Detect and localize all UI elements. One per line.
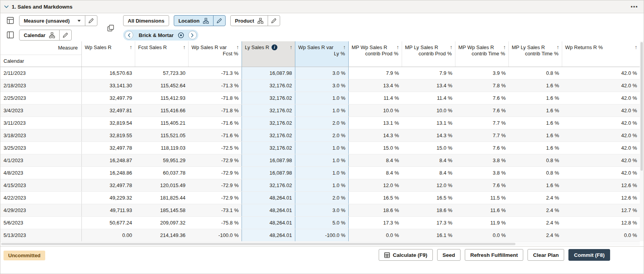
grid-cell[interactable]: 42.0 % <box>562 67 640 79</box>
grid-cell[interactable]: 12.8 % <box>562 216 640 229</box>
grid-cell[interactable]: 32,176.02 <box>242 179 295 191</box>
grid-cell[interactable]: 1.6 % <box>508 104 562 117</box>
row-label[interactable]: 3/4/2023 <box>0 104 81 117</box>
previous-location-button[interactable] <box>125 31 133 39</box>
info-icon[interactable]: i <box>272 44 277 50</box>
grid-cell[interactable]: 3.8 % <box>455 166 508 179</box>
grid-cell[interactable]: 49,229.32 <box>81 191 135 204</box>
grid-cell[interactable]: 115,405.21 <box>135 117 188 129</box>
grid-cell[interactable]: 42.0 % <box>562 129 640 141</box>
grid-cell[interactable]: -72.5 % <box>188 141 242 154</box>
grid-cell[interactable]: 2.0 % <box>295 129 348 141</box>
grid-cell[interactable]: 15.0 % <box>348 141 402 154</box>
grid-cell[interactable]: 8.4 % <box>348 154 402 166</box>
commit-button[interactable]: Commit (F8) <box>568 249 610 261</box>
grid-cell[interactable]: 0.8 % <box>508 154 562 166</box>
vertical-scrollbar[interactable] <box>640 41 644 241</box>
calendar-edit-button[interactable] <box>59 30 72 41</box>
calculate-button[interactable]: Calculate (F9) <box>379 249 433 261</box>
grid-cell[interactable]: -71.3 % <box>188 79 242 92</box>
grid-cell[interactable]: 115,452.64 <box>135 79 188 92</box>
row-label[interactable]: 3/11/2023 <box>0 117 81 129</box>
toggle-outline-panel-icon[interactable] <box>7 31 14 39</box>
grid-cell[interactable]: 32,176.02 <box>242 92 295 104</box>
row-label[interactable]: 3/18/2023 <box>0 129 81 141</box>
grid-cell[interactable]: 32,176.02 <box>242 117 295 129</box>
refresh-fulfillment-button[interactable]: Refresh Fulfillment <box>465 249 523 261</box>
grid-cell[interactable]: 42.0 % <box>562 104 640 117</box>
location-button[interactable]: Location <box>174 15 213 26</box>
location-edit-button[interactable] <box>213 15 226 26</box>
vertical-scrollbar-thumb[interactable] <box>640 42 643 171</box>
grid-cell[interactable]: -71.8 % <box>188 92 242 104</box>
grid-cell[interactable]: 0.0 % <box>562 229 640 241</box>
grid-cell[interactable]: 3.0 % <box>295 79 348 92</box>
grid-cell[interactable]: 115,521.05 <box>135 129 188 141</box>
grid-cell[interactable]: 2.0 % <box>295 191 348 204</box>
grid-cell[interactable]: 0.00 <box>81 229 135 241</box>
measure-dropdown[interactable]: Measure (unsaved) <box>19 15 85 26</box>
grid-cell[interactable]: 7.8 % <box>455 79 508 92</box>
sort-ascending-icon[interactable]: ↑ <box>554 44 559 50</box>
column-header-wp-returns-r-[interactable]: Wp Returns R %↑ <box>562 41 640 67</box>
grid-cell[interactable]: 0.0 % <box>455 229 508 241</box>
grid-cell[interactable]: 17.3 % <box>402 216 455 229</box>
grid-cell[interactable]: 12.0 % <box>402 179 455 191</box>
row-label[interactable]: 2/11/2023 <box>0 67 81 79</box>
grid-cell[interactable]: 18.6 % <box>348 204 402 216</box>
row-label[interactable]: 2/25/2023 <box>0 92 81 104</box>
grid-cell[interactable]: 0.8 % <box>508 166 562 179</box>
grid-cell[interactable]: 32,176.02 <box>242 104 295 117</box>
grid-cell[interactable]: 32,176.02 <box>242 129 295 141</box>
grid-cell[interactable]: 115,416.66 <box>135 104 188 117</box>
grid-cell[interactable]: 181,825.44 <box>135 191 188 204</box>
grid-cell[interactable]: 16.5 % <box>402 191 455 204</box>
grid-cell[interactable]: 48,264.01 <box>242 191 295 204</box>
grid-cell[interactable]: 1.0 % <box>295 154 348 166</box>
grid-cell[interactable]: 11.6 % <box>455 204 508 216</box>
grid-cell[interactable]: 42.0 % <box>562 117 640 129</box>
grid-cell[interactable]: 1.0 % <box>295 166 348 179</box>
grid-cell[interactable]: 60,037.78 <box>135 166 188 179</box>
seed-button[interactable]: Seed <box>437 249 461 261</box>
grid-cell[interactable]: 3.9 % <box>455 67 508 79</box>
collapse-chevron-icon[interactable] <box>4 5 9 8</box>
clear-plan-button[interactable]: Clear Plan <box>528 249 564 261</box>
grid-cell[interactable]: 214,149.36 <box>135 229 188 241</box>
grid-cell[interactable]: 1.6 % <box>508 179 562 191</box>
grid-cell[interactable]: 10.0 % <box>348 104 402 117</box>
grid-cell[interactable]: 16,087.98 <box>242 154 295 166</box>
grid-cell[interactable]: 7.9 % <box>402 67 455 79</box>
grid-cell[interactable]: 14.3 % <box>348 129 402 141</box>
grid-cell[interactable]: 12.0 % <box>348 179 402 191</box>
grid-cell[interactable]: 13.4 % <box>402 79 455 92</box>
grid-cell[interactable]: 16.1 % <box>402 229 455 241</box>
grid-cell[interactable]: 118,119.03 <box>135 141 188 154</box>
grid-cell[interactable]: 49,711.93 <box>81 204 135 216</box>
horizontal-scrollbar[interactable] <box>0 242 640 246</box>
grid-cell[interactable]: 185,145.58 <box>135 204 188 216</box>
row-label[interactable]: 4/29/2023 <box>0 204 81 216</box>
grid-cell[interactable]: 59,951.29 <box>135 154 188 166</box>
grid-cell[interactable]: 12.7 % <box>562 204 640 216</box>
grid-cell[interactable]: -71.6 % <box>188 129 242 141</box>
grid-cell[interactable]: 11.4 % <box>402 92 455 104</box>
sort-ascending-icon[interactable]: ↑ <box>288 44 293 50</box>
grid-cell[interactable]: 32,176.02 <box>242 79 295 92</box>
grid-cell[interactable]: 1.6 % <box>508 141 562 154</box>
grid-cell[interactable]: 1.0 % <box>295 92 348 104</box>
grid-cell[interactable]: 42.0 % <box>562 141 640 154</box>
grid-cell[interactable]: 17.3 % <box>348 216 402 229</box>
grid-cell[interactable]: 42.0 % <box>562 92 640 104</box>
grid-cell[interactable]: -100.0 % <box>295 229 348 241</box>
grid-cell[interactable]: 2.4 % <box>508 216 562 229</box>
grid-cell[interactable]: 7.6 % <box>455 141 508 154</box>
grid-cell[interactable]: 2.4 % <box>508 204 562 216</box>
grid-cell[interactable]: 5.0 % <box>295 216 348 229</box>
row-label[interactable]: 4/22/2023 <box>0 191 81 204</box>
grid-cell[interactable]: 1.6 % <box>508 117 562 129</box>
grid-cell[interactable]: 16,087.98 <box>242 67 295 79</box>
grid-cell[interactable]: 32,497.79 <box>81 92 135 104</box>
sort-ascending-icon[interactable]: ↑ <box>341 44 346 50</box>
sort-ascending-icon[interactable]: ↑ <box>127 44 132 50</box>
